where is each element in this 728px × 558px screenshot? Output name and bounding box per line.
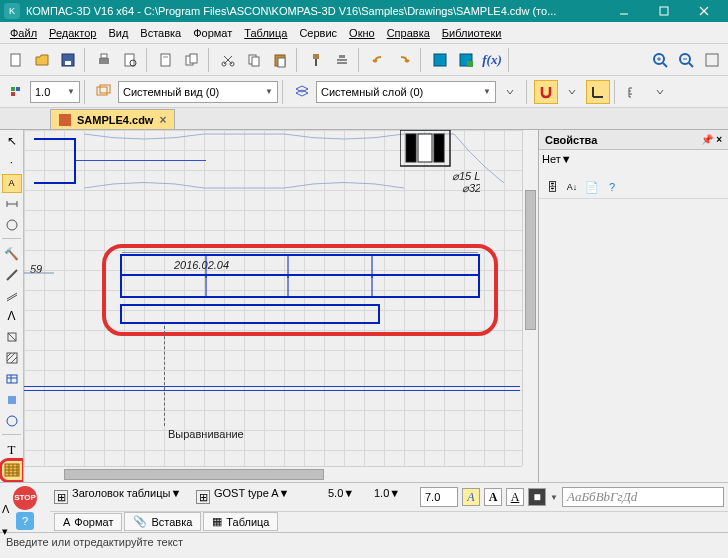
- undo-button[interactable]: [366, 48, 390, 72]
- settings-dropdown-button[interactable]: [648, 80, 672, 104]
- paste-button[interactable]: [268, 48, 292, 72]
- copy-button[interactable]: [242, 48, 266, 72]
- tool-compass-bottom[interactable]: Λ: [2, 503, 22, 523]
- color-arrow[interactable]: ▼: [550, 493, 558, 502]
- section-toggle[interactable]: ⊞: [54, 490, 68, 504]
- underline-button[interactable]: A: [506, 488, 524, 506]
- doc-properties-button[interactable]: [154, 48, 178, 72]
- zoom-in-button[interactable]: [648, 48, 672, 72]
- save-button[interactable]: [56, 48, 80, 72]
- size2-dropdown[interactable]: 1.0▼: [374, 487, 416, 507]
- tool-circle[interactable]: [2, 216, 22, 235]
- tool-hammer[interactable]: 🔨: [2, 244, 22, 263]
- properties-filter-dropdown[interactable]: Нет▼: [542, 153, 725, 173]
- layer-settings-button[interactable]: [498, 80, 522, 104]
- svg-line-37: [689, 63, 693, 67]
- redo-button[interactable]: [392, 48, 416, 72]
- menu-libraries[interactable]: Библиотеки: [436, 25, 508, 41]
- tool-down-arrow[interactable]: ▾: [2, 525, 22, 545]
- menu-service[interactable]: Сервис: [293, 25, 343, 41]
- snap-settings-button[interactable]: [560, 80, 584, 104]
- svg-rect-39: [11, 87, 15, 91]
- tool-compass[interactable]: Λ: [2, 307, 22, 326]
- menu-view[interactable]: Вид: [102, 25, 134, 41]
- tool-dimension[interactable]: [2, 195, 22, 214]
- bold-button[interactable]: A: [484, 488, 502, 506]
- tool-label[interactable]: A: [2, 174, 22, 193]
- tool-point[interactable]: ·: [2, 153, 22, 172]
- function-button[interactable]: f(x): [480, 48, 504, 72]
- prop-az-icon[interactable]: A↓: [563, 178, 581, 196]
- size1-dropdown[interactable]: 5.0▼: [328, 487, 370, 507]
- tool-table[interactable]: [2, 370, 22, 389]
- doc-multi-button[interactable]: [180, 48, 204, 72]
- view-tree-button[interactable]: [4, 80, 28, 104]
- print-button[interactable]: [92, 48, 116, 72]
- scrollbar-horizontal[interactable]: [24, 466, 522, 482]
- print-preview-button[interactable]: [118, 48, 142, 72]
- status-text: Введите или отредактируйте текст: [6, 536, 183, 548]
- svg-rect-78: [434, 134, 444, 162]
- scrollbar-vertical[interactable]: [522, 130, 538, 466]
- propbar-tab-insert[interactable]: 📎Вставка: [124, 512, 201, 531]
- prop-note-icon[interactable]: 📄: [583, 178, 601, 196]
- tool-table-insert[interactable]: [2, 461, 22, 480]
- open-button[interactable]: [30, 48, 54, 72]
- font-toggle[interactable]: ⊞: [196, 490, 210, 504]
- size3-field[interactable]: 7.0: [420, 487, 458, 507]
- menu-file[interactable]: Файл: [4, 25, 43, 41]
- color-button[interactable]: ■: [528, 488, 546, 506]
- scale-dropdown[interactable]: 1.0▼: [30, 81, 80, 103]
- ruler-button[interactable]: [622, 80, 646, 104]
- menu-editor[interactable]: Редактор: [43, 25, 102, 41]
- menu-insert[interactable]: Вставка: [134, 25, 187, 41]
- tool-line[interactable]: [2, 265, 22, 284]
- zoom-out-button[interactable]: [674, 48, 698, 72]
- menu-window[interactable]: Окно: [343, 25, 381, 41]
- save-alt1-button[interactable]: [428, 48, 452, 72]
- propbar-tab-table[interactable]: ▦Таблица: [203, 512, 278, 531]
- new-button[interactable]: [4, 48, 28, 72]
- tool-circle2[interactable]: [2, 411, 22, 430]
- views-icon[interactable]: [92, 80, 116, 104]
- maximize-button[interactable]: [644, 0, 684, 22]
- menu-table[interactable]: Таблица: [238, 25, 293, 41]
- tool-section[interactable]: [2, 328, 22, 347]
- tool-two-line[interactable]: [2, 286, 22, 305]
- svg-rect-6: [65, 61, 71, 65]
- prop-help-icon[interactable]: ?: [603, 178, 621, 196]
- tool-block[interactable]: [2, 390, 22, 409]
- layers-icon[interactable]: [290, 80, 314, 104]
- properties-button[interactable]: [330, 48, 354, 72]
- zoom-fit-button[interactable]: [700, 48, 724, 72]
- system-layer-dropdown[interactable]: Системный слой (0)▼: [316, 81, 496, 103]
- minimize-button[interactable]: [604, 0, 644, 22]
- tab-close-button[interactable]: ×: [159, 113, 166, 127]
- tool-hatch[interactable]: [2, 349, 22, 368]
- tool-arrow[interactable]: ↖: [2, 132, 22, 151]
- document-tab[interactable]: SAMPLE4.cdw ×: [50, 109, 175, 129]
- drawing-canvas[interactable]: ⌀15 L6/k ⌀32 59 2016.02.04: [24, 130, 538, 482]
- svg-rect-77: [406, 134, 416, 162]
- cut-button[interactable]: [216, 48, 240, 72]
- propbar-tab-format[interactable]: AФормат: [54, 513, 122, 531]
- italic-button[interactable]: A: [462, 488, 480, 506]
- close-button[interactable]: [684, 0, 724, 22]
- system-view-dropdown[interactable]: Системный вид (0)▼: [118, 81, 278, 103]
- snap-button[interactable]: [534, 80, 558, 104]
- tool-text[interactable]: T: [2, 440, 22, 459]
- format-brush-button[interactable]: [304, 48, 328, 72]
- pin-icon[interactable]: 📌 ×: [701, 134, 722, 145]
- section-dropdown[interactable]: Заголовок таблицы▼: [72, 487, 192, 507]
- svg-rect-11: [161, 54, 170, 66]
- menu-format[interactable]: Формат: [187, 25, 238, 41]
- save-alt2-button[interactable]: [454, 48, 478, 72]
- main-area: ↖ · A 🔨 Λ T: [0, 130, 728, 482]
- svg-rect-30: [467, 61, 473, 67]
- svg-line-63: [11, 357, 17, 363]
- ortho-button[interactable]: [586, 80, 610, 104]
- svg-line-61: [7, 353, 11, 357]
- prop-sort-icon[interactable]: 🗄: [543, 178, 561, 196]
- font-dropdown[interactable]: GOST type A▼: [214, 487, 324, 507]
- menu-help[interactable]: Справка: [381, 25, 436, 41]
